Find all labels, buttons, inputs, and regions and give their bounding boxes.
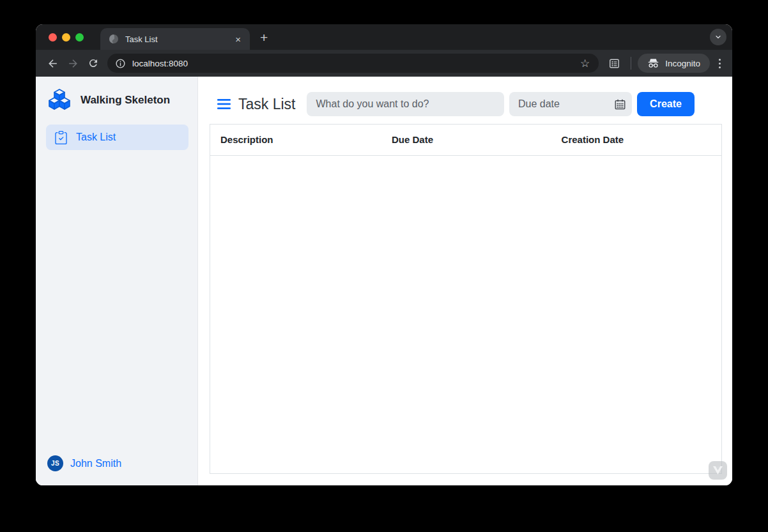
user-name: John Smith [70, 458, 121, 469]
address-bar[interactable]: localhost:8080 ☆ [107, 54, 599, 73]
vue-logo-icon [713, 466, 723, 475]
reading-list-icon [608, 57, 620, 70]
column-header-due-date: Due Date [381, 125, 551, 155]
tasks-table: Description Due Date Creation Date [210, 124, 722, 474]
main-header: Task List [210, 92, 722, 116]
due-date-input[interactable] [518, 98, 615, 110]
sidebar-spacer [46, 150, 188, 454]
reload-button[interactable] [83, 53, 104, 73]
tab-title: Task List [125, 34, 233, 44]
browser-toolbar: localhost:8080 ☆ Incogni [36, 50, 732, 77]
boxes-logo-icon [47, 88, 72, 112]
sidebar-item-task-list[interactable]: Task List [46, 125, 188, 150]
incognito-label: Incognito [665, 59, 700, 68]
window-controls [36, 33, 93, 42]
forward-button[interactable] [63, 53, 83, 73]
back-button[interactable] [42, 53, 63, 73]
toolbar-separator [631, 57, 631, 70]
app-brand: Walking Skeleton [46, 87, 188, 112]
tab-strip: Task List × + [36, 24, 732, 50]
hamburger-menu-button[interactable] [217, 98, 231, 110]
calendar-icon[interactable] [615, 99, 626, 110]
url-text[interactable]: localhost:8080 [132, 59, 575, 68]
minimize-window-button[interactable] [62, 33, 70, 42]
vue-devtools-button[interactable] [709, 461, 727, 480]
page-content: Walking Skeleton Task List JS John Smith [36, 77, 732, 485]
browser-menu-button[interactable] [715, 59, 725, 68]
tab-favicon-globe-icon [109, 34, 119, 44]
reading-list-button[interactable] [604, 53, 624, 73]
back-arrow-icon [47, 57, 59, 70]
page-title: Task List [238, 96, 295, 113]
zoom-window-button[interactable] [75, 33, 84, 42]
site-info-icon[interactable] [115, 58, 126, 69]
reload-icon [88, 57, 99, 69]
bookmark-star-icon[interactable]: ☆ [575, 57, 595, 70]
app-title: Walking Skeleton [81, 94, 170, 107]
tab-search-button[interactable] [710, 29, 726, 45]
main-content: Task List [198, 77, 732, 485]
browser-tab[interactable]: Task List × [100, 28, 250, 50]
avatar: JS [47, 455, 63, 471]
column-header-description: Description [210, 125, 381, 155]
forward-arrow-icon [67, 57, 79, 70]
new-tab-button[interactable]: + [260, 31, 268, 44]
chevron-down-icon [714, 33, 722, 41]
close-window-button[interactable] [49, 33, 57, 42]
table-body-empty [210, 156, 721, 473]
clipboard-check-icon [54, 131, 68, 144]
task-description-input[interactable] [307, 92, 504, 116]
column-header-creation-date: Creation Date [551, 125, 721, 155]
browser-window: Task List × + [36, 24, 732, 485]
close-tab-icon[interactable]: × [233, 33, 243, 45]
due-date-field[interactable] [509, 92, 632, 116]
user-menu[interactable]: JS John Smith [46, 454, 188, 478]
table-header-row: Description Due Date Creation Date [210, 125, 721, 156]
incognito-icon [647, 58, 659, 68]
sidebar: Walking Skeleton Task List JS John Smith [36, 77, 198, 485]
incognito-badge: Incognito [638, 54, 710, 73]
create-button[interactable]: Create [637, 92, 695, 116]
hamburger-icon [217, 98, 231, 110]
sidebar-item-label: Task List [76, 132, 116, 143]
